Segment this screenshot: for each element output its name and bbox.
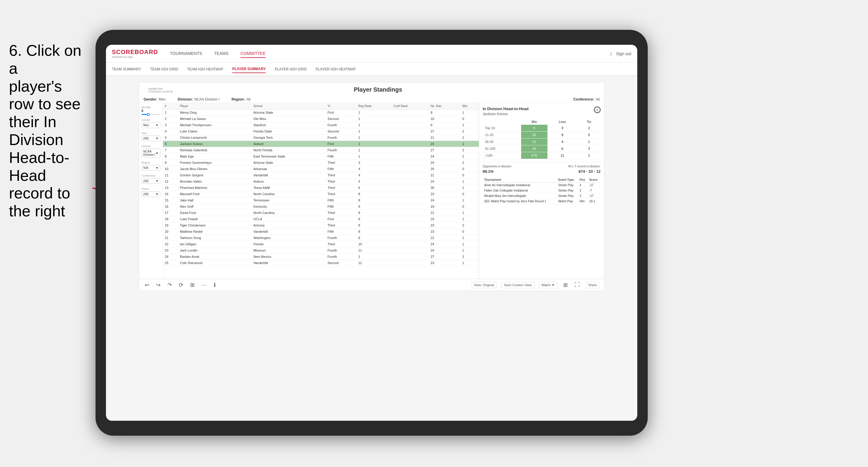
tournaments-table: Tournament Event Type Pos Score Amer Ari… xyxy=(483,177,600,204)
cell-conf-rank xyxy=(392,216,429,222)
cell-yr: Fourth xyxy=(326,122,356,128)
cell-reg-rank: 4 xyxy=(356,179,392,185)
sign-out-btn[interactable]: Sign out xyxy=(616,50,631,58)
cell-win: 0 xyxy=(461,191,479,197)
nav-teams[interactable]: TEAMS xyxy=(214,50,228,58)
region-select[interactable]: N/A ▼ xyxy=(142,165,160,171)
table-row[interactable]: 20 Matthew Riedel Vanderbilt Fifth 8 23 … xyxy=(163,228,479,235)
table-row[interactable]: 15 Jake Hall Tennessee Fifth 8 24 1 xyxy=(163,197,479,204)
year-select[interactable]: (All) ▼ xyxy=(142,135,160,141)
player-select[interactable]: (All) ▼ xyxy=(142,191,160,197)
table-row[interactable]: 23 Jack Lundin Missouri Fourth 11 24 1 xyxy=(163,247,479,254)
nav-committee[interactable]: COMMITTEE xyxy=(241,50,266,58)
h2h-cell-tie: 5 xyxy=(577,132,600,138)
subnav-player-summary[interactable]: PLAYER SUMMARY xyxy=(232,65,266,73)
cell-conf-rank xyxy=(392,166,429,172)
subnav-team-summary[interactable]: TEAM SUMMARY xyxy=(112,66,141,73)
watch-btn[interactable]: Watch ▼ xyxy=(539,282,558,288)
h2h-player: Jackson Koivun xyxy=(483,112,529,116)
reset-btn[interactable]: ⟳ xyxy=(178,282,184,288)
h2h-panel-header: In Division Head-to-Head Jackson Koivun … xyxy=(483,106,600,116)
grid-btn[interactable]: ⊞ xyxy=(562,282,569,288)
undo-btn[interactable]: ↩ xyxy=(144,282,150,288)
cell-rank: 17 xyxy=(163,210,178,216)
table-row[interactable]: 19 Tiger Christensen Arizona Third 8 23 … xyxy=(163,222,479,228)
cell-yr: First xyxy=(326,141,356,147)
table-row[interactable]: 21 Taehoon Song Washington Fourth 6 22 1 xyxy=(163,235,479,241)
table-row[interactable]: 6 Jackson Koivun Auburn First 1 24 1 xyxy=(163,141,479,147)
subnav-team-h2h-heatmap[interactable]: TEAM H2H HEATMAP xyxy=(187,66,223,73)
cell-win: 1 xyxy=(461,260,479,266)
cell-yr: Fourth xyxy=(326,235,356,241)
table-row[interactable]: 12 Brendan Valles Auburn Third 4 24 1 xyxy=(163,179,479,185)
expand-btn[interactable]: ⛶ xyxy=(574,282,581,288)
table-row[interactable]: 13 Phachara Maichon Texas A&M Third 6 30… xyxy=(163,185,479,191)
table-row[interactable]: 2 Michael La Sasso Ole Miss Second 1 10 … xyxy=(163,116,479,122)
cell-conf-rank xyxy=(392,128,429,134)
table-row[interactable]: 3 Michael Thorbjornsen Stanford Fourth 1… xyxy=(163,122,479,128)
cell-yr: Fourth xyxy=(326,134,356,141)
table-row[interactable]: 7 Nicholas Gabrelcik North Florida Fourt… xyxy=(163,147,479,153)
cell-school: Arizona xyxy=(252,222,326,228)
cell-rank: 22 xyxy=(163,241,178,247)
save-custom-btn[interactable]: Save Custom View xyxy=(501,282,534,288)
tour-cell-score: -17 xyxy=(588,193,600,199)
cell-yr: Fifth xyxy=(326,228,356,235)
gender-select[interactable]: Men ▼ xyxy=(142,122,160,128)
more-btn[interactable]: ⋯ xyxy=(200,282,208,288)
table-row[interactable]: 8 Mats Ege East Tennessee State Fifth 1 … xyxy=(163,153,479,160)
view-original-btn[interactable]: View: Original xyxy=(471,282,497,288)
subnav-team-h2h-grid[interactable]: TEAM H2H GRID xyxy=(150,66,178,73)
table-row[interactable]: 5 Christo Lamprecht Georgia Tech Fourth … xyxy=(163,134,479,141)
division-select[interactable]: NCAA Division I ▼ xyxy=(142,149,160,158)
forward-btn[interactable]: ↷ xyxy=(166,282,173,288)
info-btn[interactable]: ℹ xyxy=(213,282,217,288)
table-row[interactable]: 11 Gordon Sargent Vanderbilt Third 4 21 … xyxy=(163,172,479,179)
cell-yr: First xyxy=(326,110,356,116)
conference-select[interactable]: (All) ▼ xyxy=(142,178,160,184)
cell-conf-rank xyxy=(392,191,429,197)
cell-no-rds: 25 xyxy=(429,166,460,172)
cell-player: Luke Powell xyxy=(178,216,252,222)
filters-row: Gender: Men Division: NCAA Division I Re… xyxy=(139,96,604,103)
cell-yr: Second xyxy=(326,128,356,134)
table-row[interactable]: 4 Luke Claton Florida State Second 1 27 … xyxy=(163,128,479,134)
subnav-player-h2h-grid[interactable]: PLAYER H2H GRID xyxy=(275,66,307,73)
cell-win: 0 xyxy=(461,166,479,172)
cell-no-rds: 23 xyxy=(429,260,460,266)
tour-cell-name: SEC Match Play hosted by Jerry Pate Roun… xyxy=(483,199,557,204)
cell-no-rds: 10 xyxy=(429,116,460,122)
cell-player: Phachara Maichon xyxy=(178,185,252,191)
redo-btn[interactable]: ↪ xyxy=(155,282,162,288)
cell-rank: 21 xyxy=(163,235,178,241)
table-row[interactable]: 1 Wenyi Ding Arizona State First 1 8 1 xyxy=(163,110,479,116)
nav-tournaments[interactable]: TOURNAMENTS xyxy=(170,50,202,58)
h2h-cell-tie: 1 xyxy=(577,138,600,145)
opponents-header: Opponents in division: W-L-T record in-d… xyxy=(483,165,600,168)
cell-conf-rank xyxy=(392,153,429,160)
subnav-player-h2h-heatmap[interactable]: PLAYER H2H HEATMAP xyxy=(316,66,356,73)
share-btn[interactable]: Share xyxy=(586,282,600,288)
close-h2h-btn[interactable]: × xyxy=(594,106,600,113)
cell-rank: 8 xyxy=(163,153,178,160)
cell-rank: 14 xyxy=(163,191,178,197)
tour-cell-score: -7 xyxy=(588,188,600,193)
cell-win: 1 xyxy=(461,241,479,247)
filter-btn[interactable]: ⊞ xyxy=(189,282,196,288)
table-row[interactable]: 22 Ian Gilligan Florida Third 10 24 1 xyxy=(163,241,479,247)
tour-cell-name: Fallen Oak Collegiate Invitational xyxy=(483,188,557,193)
col-yr: Yr xyxy=(326,103,356,110)
table-row[interactable]: 17 David Ford North Carolina Third 8 21 … xyxy=(163,210,479,216)
h2h-cell-loss: 9 xyxy=(548,132,578,138)
cell-win: 2 xyxy=(461,160,479,166)
table-row[interactable]: 18 Luke Powell UCLA First 8 24 1 xyxy=(163,216,479,222)
table-row[interactable]: 9 Preston Summerhays Arizona State Third… xyxy=(163,160,479,166)
cell-rank: 13 xyxy=(163,185,178,191)
table-row[interactable]: 16 Alex Goff Kentucky Fifth 8 19 0 xyxy=(163,204,479,210)
table-row[interactable]: 10 Jacob Mou-Olesen Arkansas Fifth 4 25 … xyxy=(163,166,479,172)
cell-win: 1 xyxy=(461,110,479,116)
cell-no-rds: 24 xyxy=(429,216,460,222)
table-row[interactable]: 24 Bastien Amat New Mexico Fourth 1 27 2 xyxy=(163,254,479,260)
table-row[interactable]: 25 Cole Sherwood Vanderbilt Second 12 23… xyxy=(163,260,479,266)
table-row[interactable]: 14 Maxwell Ford North Carolina Third 8 2… xyxy=(163,191,479,197)
